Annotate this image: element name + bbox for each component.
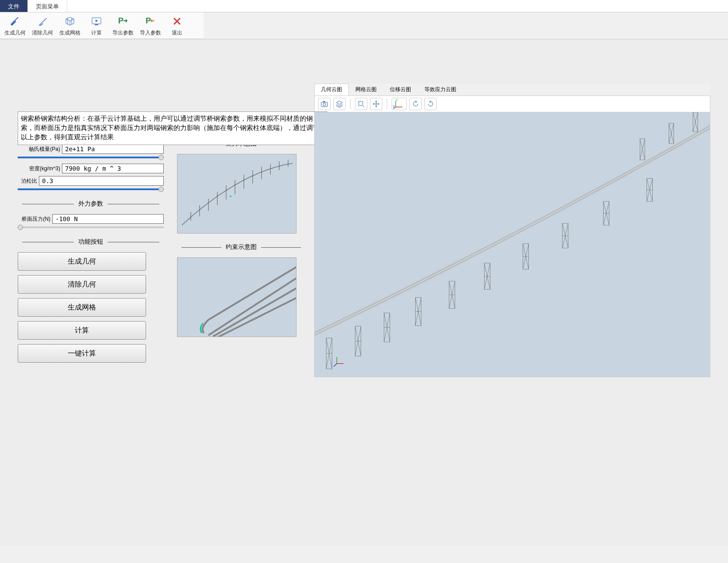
- move-icon[interactable]: [370, 98, 382, 110]
- right-column: 几何云图 网格云图 位移云图 等效应力云图 zxy: [314, 84, 710, 536]
- camera-icon[interactable]: [318, 98, 331, 110]
- tb-exit-label: 退出: [172, 29, 182, 37]
- tb-compute[interactable]: 计算: [87, 15, 106, 37]
- pressure-slider[interactable]: [18, 226, 164, 228]
- young-slider[interactable]: [18, 157, 164, 158]
- tab-page-menu[interactable]: 页面菜单: [28, 0, 67, 12]
- export-icon: P: [117, 15, 129, 27]
- young-label: 杨氏模量(Pa): [18, 146, 62, 153]
- brush-icon: [9, 15, 21, 27]
- young-input[interactable]: [62, 144, 164, 154]
- tb-gen-mesh[interactable]: 生成网格: [59, 15, 81, 37]
- section-constraint-schematic: 约束示意图: [177, 243, 305, 251]
- density-input[interactable]: [62, 164, 164, 173]
- force-schematic: [177, 154, 297, 234]
- left-column: 桥材料参数 杨氏模量(Pa) 密度(kg/m^3) 泊松比 外力参数 桥面压力(…: [18, 84, 168, 536]
- import-icon: P: [144, 15, 157, 27]
- tab-file[interactable]: 文件: [0, 0, 28, 12]
- tb-exit[interactable]: 退出: [167, 15, 187, 37]
- btn-clear-geom[interactable]: 清除几何: [18, 275, 146, 294]
- svg-rect-18: [323, 101, 325, 102]
- tb-export-param[interactable]: P 导出参数: [112, 15, 134, 37]
- svg-text:z: z: [396, 99, 398, 101]
- svg-point-19: [358, 101, 363, 106]
- tb-compute-label: 计算: [91, 29, 102, 37]
- toolbar-container: 生成几何 清除几何 生成网格 计算 P 导出参数 P 导入参数 退出: [0, 12, 728, 39]
- view-tab-stress[interactable]: 等效应力云图: [418, 84, 463, 96]
- poisson-input[interactable]: [39, 176, 164, 186]
- btn-gen-geom[interactable]: 生成几何: [18, 252, 146, 271]
- axis-gizmo: [332, 355, 346, 368]
- poisson-slider[interactable]: [18, 188, 164, 190]
- tb-clear-geom[interactable]: 清除几何: [32, 15, 53, 37]
- svg-text:P: P: [146, 16, 151, 25]
- view-tab-geom[interactable]: 几何云图: [314, 84, 349, 96]
- zoom-fit-icon[interactable]: [355, 98, 367, 110]
- axis-xyz-icon[interactable]: zxy: [392, 98, 407, 110]
- btn-compute[interactable]: 计算: [18, 321, 146, 340]
- constraint-schematic: [177, 257, 297, 337]
- svg-point-15: [230, 195, 231, 197]
- close-icon: [171, 15, 183, 27]
- cube-mesh-icon: [64, 15, 76, 27]
- btn-one-click[interactable]: 一键计算: [18, 344, 146, 363]
- density-label: 密度(kg/m^3): [18, 165, 62, 172]
- section-function-buttons: 功能按钮: [18, 238, 164, 246]
- tb-gen-geom-label: 生成几何: [4, 29, 26, 37]
- view-tabs: 几何云图 网格云图 位移云图 等效应力云图: [314, 84, 710, 96]
- svg-text:P: P: [118, 16, 123, 25]
- mid-column: 受力示意图: [177, 130, 305, 536]
- view-tab-mesh[interactable]: 网格云图: [349, 84, 383, 96]
- layers-icon[interactable]: [333, 98, 346, 110]
- description-box: 钢索桥钢索结构分析：在基于云计算基础上，用户可以通过调节桥钢索参数，用来模拟不同…: [18, 111, 327, 145]
- tb-export-param-label: 导出参数: [112, 29, 134, 37]
- btn-gen-mesh[interactable]: 生成网格: [18, 298, 146, 317]
- view-tab-disp[interactable]: 位移云图: [383, 84, 418, 96]
- tb-gen-geom[interactable]: 生成几何: [4, 15, 26, 37]
- poisson-label: 泊松比: [18, 177, 39, 185]
- svg-text:y: y: [393, 104, 395, 108]
- main-viewport[interactable]: [314, 112, 710, 377]
- toolbar: 生成几何 清除几何 生成网格 计算 P 导出参数 P 导入参数 退出: [0, 12, 204, 39]
- pressure-input[interactable]: [52, 214, 164, 224]
- rotate-right-icon[interactable]: [424, 98, 437, 110]
- tb-clear-geom-label: 清除几何: [32, 29, 53, 37]
- top-tabs: 文件 页面菜单: [0, 0, 728, 12]
- svg-text:x: x: [401, 105, 403, 108]
- rotate-left-icon[interactable]: [409, 98, 422, 110]
- svg-point-17: [323, 103, 326, 106]
- tb-import-param[interactable]: P 导入参数: [140, 15, 161, 37]
- broom-icon: [36, 15, 49, 27]
- section-force-params: 外力参数: [18, 200, 164, 208]
- viewer-toolbar: zxy: [314, 96, 710, 112]
- play-icon: [90, 15, 103, 27]
- pressure-label: 桥面压力(N): [18, 215, 52, 223]
- tb-import-param-label: 导入参数: [140, 29, 161, 37]
- tb-gen-mesh-label: 生成网格: [59, 29, 81, 37]
